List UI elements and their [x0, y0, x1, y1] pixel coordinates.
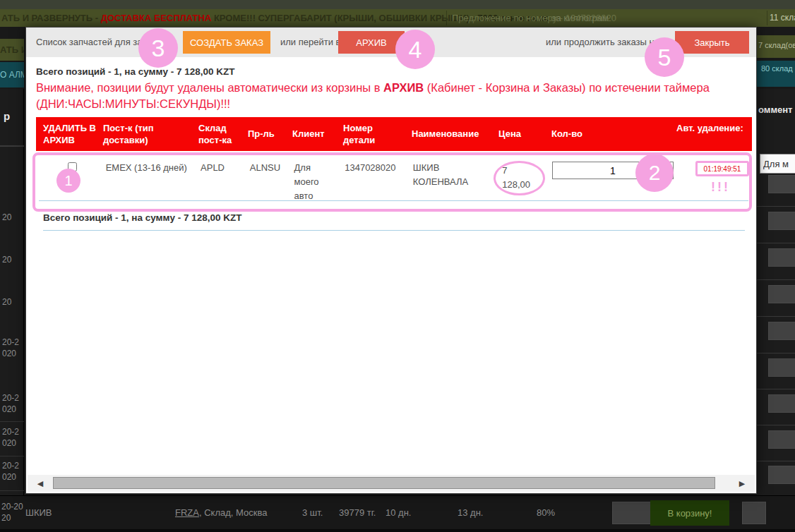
timer-value: 01:19:49:51	[704, 165, 741, 173]
cell-auto-delete: 01:19:49:51 !!!	[670, 157, 748, 203]
offer-part-name: ШКИВ	[25, 507, 52, 518]
col-header-brand: Пр-ль	[241, 117, 285, 151]
offer-row: 20-2020 ШКИВ FRZA, Склад, Москва 3 шт. 3…	[0, 495, 795, 529]
cell-supplier: EMEX (13-16 дней)	[99, 157, 193, 203]
offer-number-label: Предложение по номеру - 1347028020	[452, 9, 616, 27]
col-header-price: Цена	[491, 117, 544, 151]
or-goto-label: или перейти в	[280, 37, 340, 47]
col-header-supplier: Пост-к (тип доставки)	[96, 117, 191, 151]
comment-input-dark[interactable]	[768, 175, 795, 193]
col-header-client: Клиент	[285, 117, 336, 151]
delivery-info-bar: АТЬ И РАЗВЕРНУТЬ - ДОСТАВКА БЕСПЛАТНА КР…	[0, 9, 795, 27]
annotation-circle-1: 1	[56, 169, 80, 193]
col-header-qty: Кол-во	[544, 117, 669, 151]
modal-title: Список запчастей для зак	[36, 37, 146, 47]
warehouse-count-label: 11 склад(ов	[770, 9, 795, 27]
cart-summary-top: Всего позиций - 1, на сумму - 7 128,00 K…	[36, 66, 234, 77]
col-header-delete: УДАЛИТЬ В АРХИВ	[36, 117, 96, 151]
row-divider	[757, 425, 795, 425]
cart-table-header: УДАЛИТЬ В АРХИВ Пост-к (тип доставки) Ск…	[36, 117, 752, 151]
annotation-price-oval: 7 128,00	[494, 161, 545, 195]
table-row-date: 20-2020	[2, 426, 23, 449]
add-to-cart-button[interactable]: В корзину!	[650, 500, 729, 526]
comment-column-header: оммент	[758, 104, 792, 115]
scroll-right-arrow-icon[interactable]: ▶	[735, 476, 749, 490]
offer-supplier: FRZA, Склад, Москва	[175, 507, 267, 518]
warehouse-count-label-2: 7 склад(ов)	[757, 35, 795, 58]
delivery-info-bar-2: АТЬ И Р	[0, 39, 24, 61]
comment-input[interactable]	[760, 154, 795, 174]
comment-input-dark[interactable]	[768, 248, 795, 267]
offers-table-left-edge: р 20 20 20 20-2020 20-2020 20-2020 20-20…	[0, 89, 24, 495]
create-order-button[interactable]: СОЗДАТЬ ЗАКАЗ	[183, 31, 270, 54]
price-value: 7 128,00	[502, 165, 530, 190]
annotation-timer-box: 01:19:49:51	[695, 161, 749, 176]
timer-alert-marks: !!!	[711, 180, 748, 194]
annotation-circle-3: 3	[138, 28, 178, 68]
supplier-link[interactable]: FRZA	[175, 507, 199, 518]
col-header-warehouse: Склад пост-ка	[191, 117, 241, 151]
close-button[interactable]: Закрыть	[675, 31, 749, 54]
comment-input-dark[interactable]	[768, 394, 795, 413]
offer-days-min: 10 дн.	[385, 507, 411, 518]
comment-input-dark[interactable]	[768, 285, 795, 303]
offer-probability: 80%	[537, 507, 555, 518]
offer-days-max: 13 дн.	[458, 507, 483, 518]
comment-input-dark[interactable]	[768, 212, 795, 230]
table-row-date: 20	[2, 254, 23, 265]
left-column-header: р	[4, 110, 10, 122]
col-header-name: Наименование	[405, 117, 491, 151]
cell-part-number: 1347028020	[337, 157, 406, 203]
divider	[0, 145, 24, 147]
offer-date: 20-2020	[1, 501, 24, 524]
column-divider	[767, 11, 767, 25]
comment-input-dark[interactable]	[768, 322, 795, 340]
cell-price: 7 128,00	[492, 157, 545, 203]
offer-qty: 3 шт.	[302, 507, 323, 518]
col-header-auto-delete: Авт. удаление:	[669, 117, 748, 151]
free-delivery-text: ДОСТАВКА БЕСПЛАТНА	[101, 13, 212, 23]
table-row-date: 20-2020	[2, 392, 23, 415]
offer-price: 39779 тг.	[339, 507, 376, 518]
page-bottom-strip	[0, 529, 795, 532]
archive-bold-text: АРХИВ	[383, 81, 424, 94]
timer-wrap: 01:19:49:51 !!!	[695, 161, 748, 194]
row-divider	[757, 206, 795, 207]
table-row-date: 20-2020	[2, 337, 23, 359]
scroll-left-arrow-icon[interactable]: ◀	[33, 476, 47, 490]
region-bar-left: О АЛМА	[0, 62, 24, 87]
row-divider	[757, 389, 795, 389]
offer-extra-input[interactable]	[742, 502, 766, 524]
cart-summary-bottom: Всего позиций - 1, на сумму - 7 128,00 K…	[43, 212, 745, 231]
page-top-strip	[0, 0, 795, 9]
cell-warehouse: APLD	[193, 157, 243, 203]
scrollbar-thumb[interactable]	[53, 477, 715, 489]
annotation-circle-5: 5	[645, 37, 684, 77]
table-row-date: 20	[2, 212, 23, 223]
comment-input-dark[interactable]	[768, 358, 795, 377]
row-divider	[757, 461, 795, 461]
offers-table-right-edge: оммент	[757, 89, 795, 495]
warehouse-count-teal: 80 склад	[757, 61, 795, 87]
comment-input-dark[interactable]	[768, 466, 795, 484]
annotation-circle-2: 2	[635, 154, 674, 192]
row-divider	[0, 490, 24, 491]
row-divider	[0, 456, 24, 457]
archive-button[interactable]: АРХИВ	[338, 31, 405, 54]
comment-input-dark[interactable]	[768, 430, 795, 449]
or-continue-label: или продолжить заказы нах	[546, 37, 664, 47]
row-divider	[757, 279, 795, 280]
column-divider	[446, 11, 447, 25]
cell-brand: ALNSU	[243, 157, 287, 203]
table-row-date: 20-2020	[2, 460, 23, 483]
cell-name: ШКИВ КОЛЕНВАЛА	[406, 157, 492, 203]
horizontal-scrollbar[interactable]: ◀ ▶	[28, 475, 755, 492]
annotation-circle-4: 4	[395, 30, 435, 69]
table-row-date: 20	[2, 296, 23, 308]
cell-client: Для моего авто	[287, 157, 338, 203]
row-divider	[39, 200, 748, 201]
row-divider	[757, 353, 795, 353]
row-divider	[0, 421, 24, 422]
row-divider	[757, 243, 795, 243]
row-divider	[757, 316, 795, 317]
